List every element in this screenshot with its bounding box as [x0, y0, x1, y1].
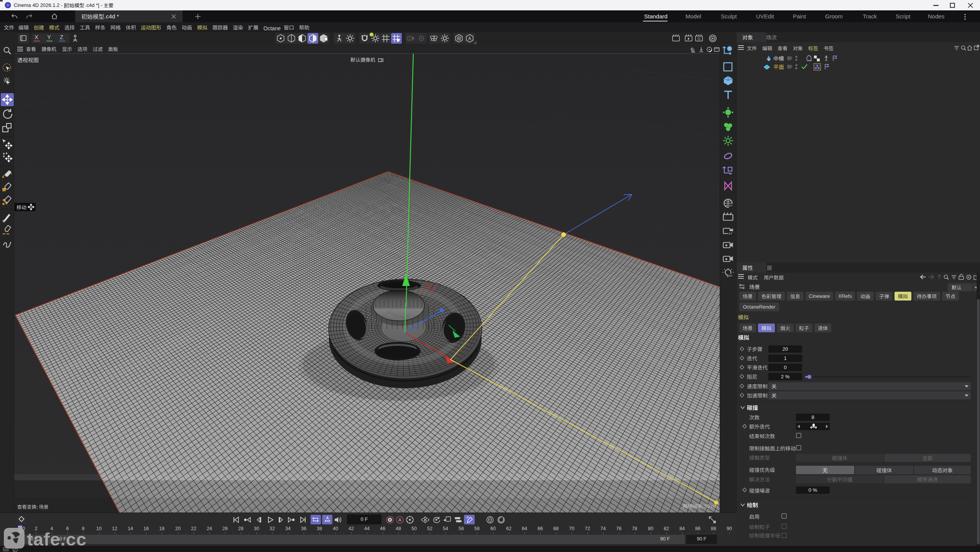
svg-text:ST: ST [729, 274, 733, 278]
svg-text:A: A [398, 518, 401, 522]
svg-text:A: A [326, 516, 329, 520]
svg-text:ST: ST [729, 204, 733, 207]
svg-text:ST: ST [728, 232, 732, 235]
svg-text:A: A [468, 36, 471, 41]
